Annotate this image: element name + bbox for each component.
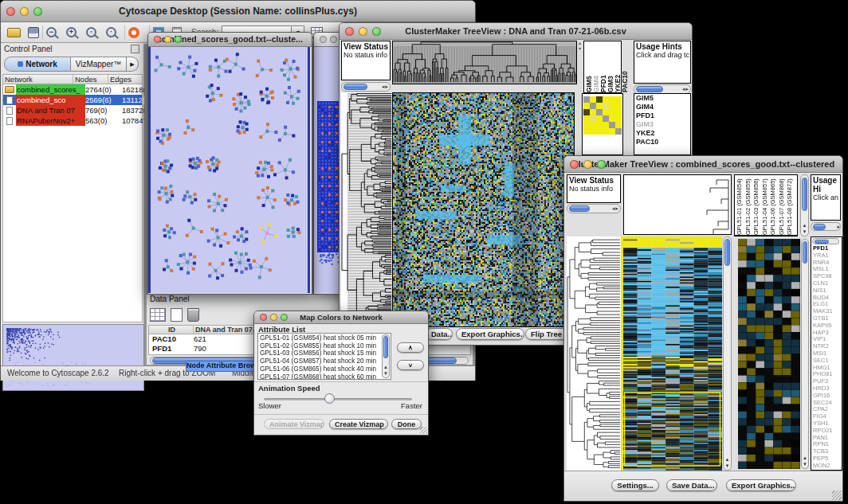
row-dendrogram[interactable] (341, 92, 392, 326)
zoom-button[interactable] (281, 314, 288, 321)
network-row[interactable]: combined_sco2569(6)13112(15) (3, 95, 142, 105)
view-status-scrollbar[interactable]: ◂▸ (567, 204, 621, 213)
tab-network[interactable]: Network (4, 57, 71, 72)
attribute-list-vscrollbar[interactable]: ▴ ▾ (382, 334, 390, 378)
open-file-icon[interactable] (7, 28, 21, 37)
settings-button[interactable]: Settings... (611, 479, 659, 491)
network-row[interactable]: combined_scores_2764(0)16218(0) (3, 84, 142, 95)
header-id[interactable]: ID (149, 326, 194, 334)
close-button[interactable] (260, 314, 267, 321)
close-button[interactable] (6, 7, 15, 16)
scroll-right-icon[interactable]: ▸ (385, 84, 388, 90)
cytoscape-titlebar[interactable]: Cytoscape Desktop (Session Name: collins… (1, 1, 475, 22)
node-attribute-browser-tab[interactable]: Node Attribute Brows (186, 361, 257, 372)
animate-vizmap-button[interactable]: Animate Vizmap (264, 419, 324, 429)
zoom-button[interactable] (175, 36, 182, 43)
export-graphics-button[interactable]: Export Graphics... (456, 328, 524, 340)
zoom-out-icon[interactable]: − (46, 27, 57, 37)
help-ring-icon[interactable] (128, 27, 139, 38)
zoom-button[interactable] (597, 160, 606, 169)
scroll-down-icon[interactable]: ▾ (383, 370, 389, 377)
view-status-scrollbar[interactable]: ◂▸ (341, 82, 391, 92)
zoom-in-icon[interactable]: + (66, 27, 77, 37)
splitter-arrows[interactable]: ▴▾ (577, 41, 583, 83)
heatmap[interactable] (623, 236, 722, 471)
minimize-button[interactable] (20, 7, 29, 16)
column-labels-vscrollbar[interactable]: ▴ ▾ (800, 174, 809, 236)
scroll-left-icon[interactable]: ◂ (382, 84, 385, 90)
network-canvas[interactable] (148, 47, 310, 293)
header-nodes[interactable]: Nodes (73, 75, 108, 84)
attribute-item[interactable]: GPL51-07 (GSM868) heat shock 60 min (260, 373, 391, 380)
scroll-left-icon[interactable]: ◂ (682, 86, 685, 92)
attribute-item[interactable]: GPL51-06 (GSM865) heat shock 40 min (260, 365, 391, 373)
scroll-down-icon[interactable]: ▾ (724, 463, 731, 469)
done-button[interactable]: Done (391, 419, 422, 429)
resize-grip[interactable] (832, 490, 842, 500)
close-button[interactable] (345, 27, 354, 36)
zoom-button[interactable] (372, 27, 381, 36)
network-row[interactable]: DNA and Tran 07769(0)183728(0) (3, 105, 142, 115)
network-view-titlebar[interactable]: combined_scores_good.txt--cluste... (148, 33, 312, 47)
dialog-titlebar[interactable]: Map Colors to Network (254, 311, 428, 324)
scroll-up-icon[interactable]: ▴ (802, 455, 808, 461)
close-button[interactable] (154, 36, 161, 43)
attribute-item[interactable]: GPL51-04 (GSM857) heat shock 20 min (260, 357, 391, 365)
delete-attribute-icon[interactable] (187, 308, 199, 322)
header-network[interactable]: Network (3, 75, 73, 84)
network-row[interactable]: RNAPuberNov2+563(0)107847(0) (3, 115, 142, 126)
minimize-button[interactable] (583, 160, 592, 169)
attribute-list[interactable]: GPL51-01 (GSM854) heat shock 05 minGPL51… (257, 333, 391, 380)
save-icon[interactable] (28, 27, 39, 38)
selection-matrix[interactable] (583, 96, 622, 135)
minimize-button[interactable] (164, 36, 171, 43)
gene-list[interactable]: PFD1YRA1RNR4MSL1SPC98CLN1NIS1BUD4ELG1MAK… (811, 245, 833, 470)
usage-hints-scrollbar[interactable]: ▸ (811, 222, 841, 231)
scroll-right-icon[interactable]: ▸ (837, 224, 840, 230)
tab-vizmapper[interactable]: VizMapper™ (71, 57, 127, 72)
heatmap-vscrollbar[interactable]: ▴ ▾ (723, 236, 732, 471)
select-attributes-icon[interactable] (150, 308, 166, 322)
scroll-down-icon[interactable]: ▾ (801, 229, 808, 235)
animation-slider-track[interactable] (264, 398, 412, 400)
attribute-item[interactable]: GPL51-01 (GSM854) heat shock 05 min (260, 334, 391, 342)
save-data-button[interactable]: Save Data... (666, 479, 717, 491)
heatmap[interactable] (392, 92, 575, 327)
float-panel-icon[interactable] (131, 45, 139, 53)
zoom-fit-icon[interactable]: · (106, 27, 116, 37)
attribute-item[interactable]: GPL51-03 (GSM856) heat shock 15 min (260, 350, 391, 357)
minimize-button[interactable] (270, 314, 277, 321)
header-edges[interactable]: Edges (108, 75, 142, 84)
detail-vscrollbar[interactable]: ▴ ▾ (801, 239, 809, 469)
column-dendrogram[interactable] (392, 41, 577, 84)
column-dendrogram-panel[interactable] (623, 174, 732, 235)
gene-list-hscrollbar[interactable] (812, 238, 839, 244)
network-overview[interactable] (2, 324, 144, 391)
animation-slider-thumb[interactable] (324, 393, 335, 404)
attribute-item[interactable]: GPL51-02 (GSM855) heat shock 10 min (260, 342, 391, 350)
create-vizmap-button[interactable]: Create Vizmap (329, 419, 388, 429)
close-button[interactable] (570, 160, 579, 169)
scroll-up-icon[interactable]: ▴ (801, 222, 808, 229)
zoom-selected-icon[interactable]: ▫ (86, 27, 96, 37)
scroll-up-icon[interactable]: ▴ (383, 364, 389, 370)
save-data-button[interactable]: Data... (426, 328, 453, 340)
treeview2-titlebar[interactable]: ClusterMaker TreeView : combined_scores_… (564, 156, 842, 173)
move-down-button[interactable]: v (397, 360, 424, 370)
resize-grip[interactable] (420, 427, 427, 434)
detail-heatmap[interactable] (738, 239, 800, 469)
treeview1-titlebar[interactable]: ClusterMaker TreeView : DNA and Tran 07-… (340, 23, 692, 40)
scroll-down-icon[interactable]: ▾ (802, 461, 808, 467)
new-attribute-icon[interactable] (171, 308, 183, 322)
minimize-button[interactable] (330, 36, 337, 43)
scroll-up-icon[interactable]: ▴ (724, 456, 731, 463)
move-up-button[interactable]: ∧ (397, 342, 424, 353)
zoom-button[interactable] (33, 7, 42, 16)
scroll-right-icon[interactable]: ▸ (685, 86, 689, 92)
more-tabs-button[interactable]: ▶ (127, 57, 139, 72)
scroll-right-icon[interactable]: ▸ (615, 205, 618, 212)
row-dendrogram[interactable] (567, 236, 621, 471)
export-graphics-button[interactable]: Export Graphics... (726, 479, 796, 491)
minimize-button[interactable] (359, 27, 367, 36)
close-button[interactable] (320, 36, 327, 43)
